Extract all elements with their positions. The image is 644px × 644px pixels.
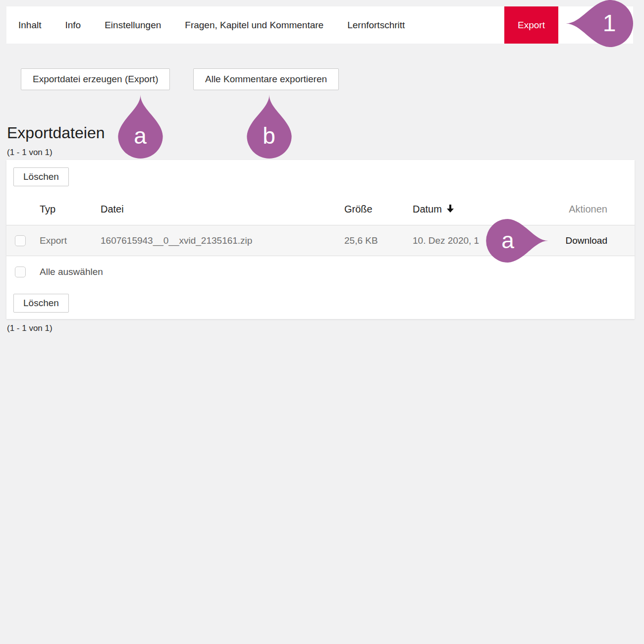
annotation-marker-b: b — [241, 94, 297, 159]
select-all-checkbox[interactable] — [15, 267, 26, 277]
result-range-top: (1 - 1 von 1) — [7, 148, 53, 158]
tab-inhalt[interactable]: Inhalt — [6, 6, 53, 44]
tab-export-active[interactable]: Export — [504, 6, 558, 44]
row-filename: 1607615943__0__xvid_2135161.zip — [101, 235, 344, 246]
create-export-button[interactable]: Exportdatei erzeugen (Export) — [21, 68, 170, 90]
tab-info[interactable]: Info — [53, 6, 93, 44]
select-all-checkbox-cell — [6, 267, 40, 277]
column-header-groesse[interactable]: Größe — [344, 204, 413, 215]
annotation-marker-a-button-label: a — [134, 124, 147, 147]
export-all-comments-button[interactable]: Alle Kommentare exportieren — [193, 68, 339, 90]
sort-desc-arrow-icon — [446, 204, 454, 213]
table-header-row: Typ Datei Größe Datum Aktionen — [6, 193, 635, 225]
row-action-cell: Download — [557, 235, 635, 246]
download-link[interactable]: Download — [566, 235, 608, 246]
tab-fragen-kapitel-kommentare[interactable]: Fragen, Kapitel und Kommentare — [173, 6, 335, 44]
column-header-datei[interactable]: Datei — [101, 204, 344, 215]
page-title: Exportdateien — [7, 124, 105, 142]
select-all-label: Alle auswählen — [40, 267, 635, 277]
row-date: 10. Dez 2020, 1 — [413, 235, 557, 246]
table-toolbar-bottom: Löschen — [6, 288, 635, 313]
row-checkbox-cell — [6, 235, 40, 246]
column-header-datum[interactable]: Datum — [413, 204, 557, 215]
result-range-bottom: (1 - 1 von 1) — [7, 323, 53, 333]
annotation-marker-a-button: a — [112, 94, 168, 159]
column-header-datum-label: Datum — [413, 204, 442, 215]
tab-bar: Inhalt Info Einstellungen Fragen, Kapite… — [6, 6, 633, 44]
annotation-marker-b-label: b — [263, 124, 275, 147]
column-header-typ[interactable]: Typ — [40, 204, 101, 215]
table-toolbar-top: Löschen — [6, 160, 635, 193]
tab-lernfortschritt[interactable]: Lernfortschritt — [335, 6, 417, 44]
export-files-table: Löschen Typ Datei Größe Datum Aktionen E… — [6, 160, 635, 319]
row-type: Export — [40, 235, 101, 246]
column-header-aktionen: Aktionen — [557, 204, 635, 215]
table-row: Export 1607615943__0__xvid_2135161.zip 2… — [6, 225, 635, 256]
delete-button-bottom[interactable]: Löschen — [13, 294, 69, 313]
teardrop-up-icon — [241, 94, 297, 159]
row-filesize: 25,6 KB — [344, 235, 413, 246]
teardrop-up-icon — [112, 94, 168, 159]
delete-button-top[interactable]: Löschen — [13, 167, 69, 186]
page: Inhalt Info Einstellungen Fragen, Kapite… — [0, 0, 644, 644]
row-checkbox[interactable] — [15, 235, 26, 246]
tab-einstellungen[interactable]: Einstellungen — [93, 6, 173, 44]
select-all-row: Alle auswählen — [6, 256, 635, 288]
